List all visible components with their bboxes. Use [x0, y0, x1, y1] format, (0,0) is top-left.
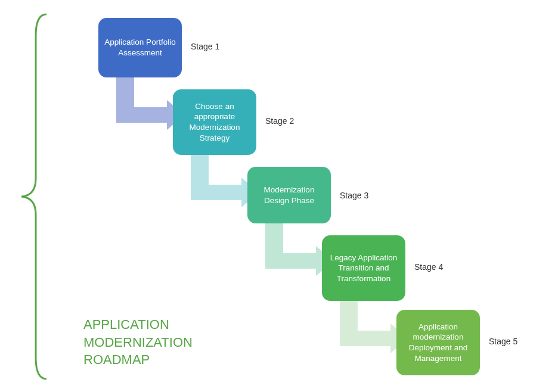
title-line-1: APPLICATION [83, 316, 193, 334]
bracket-decoration [18, 12, 48, 381]
stage-2-text: Choose an appropriate Modernization Stra… [179, 101, 250, 143]
stage-5-box: Application modernization Deployment and… [396, 310, 480, 375]
stage-1-label: Stage 1 [191, 42, 219, 51]
stage-4-box: Legacy Application Transition and Transf… [322, 235, 405, 301]
stage-3-label: Stage 3 [340, 191, 368, 200]
title-line-3: ROADMAP [83, 351, 193, 369]
stage-2-box: Choose an appropriate Modernization Stra… [173, 89, 256, 155]
stage-5-text: Application modernization Deployment and… [402, 322, 474, 363]
stage-4-text: Legacy Application Transition and Transf… [328, 253, 399, 284]
title-line-2: MODERNIZATION [83, 334, 193, 351]
stage-2-label: Stage 2 [265, 116, 294, 126]
stage-1-box: Application Portfolio Assessment [98, 18, 182, 77]
diagram-title: APPLICATION MODERNIZATION ROADMAP [83, 316, 193, 369]
stage-1-text: Application Portfolio Assessment [104, 37, 176, 58]
stage-3-box: Modernization Design Phase [247, 167, 331, 223]
stage-3-text: Modernization Design Phase [253, 185, 325, 206]
stage-5-label: Stage 5 [489, 337, 517, 346]
stage-4-label: Stage 4 [414, 262, 443, 272]
